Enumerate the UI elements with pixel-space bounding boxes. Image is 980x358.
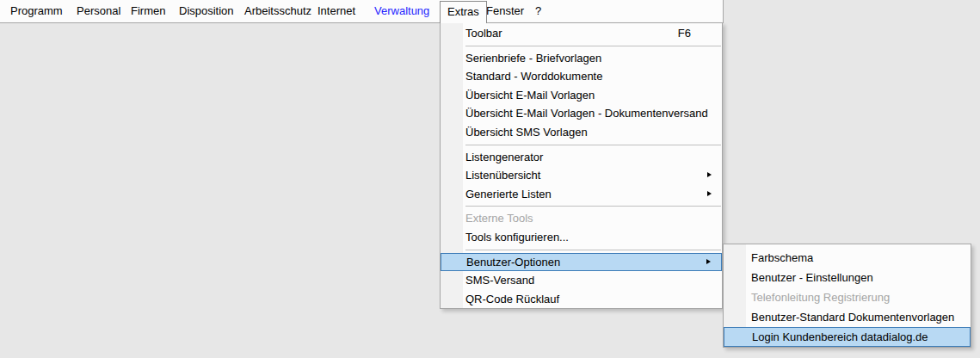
menu-item-ubersicht-sms-vorlagen[interactable]: Übersicht SMS Vorlagen	[441, 123, 722, 142]
menu-item-listenubersicht[interactable]: Listenübersicht	[441, 166, 722, 185]
menu-item-farbschema[interactable]: Farbschema	[724, 248, 971, 268]
menu-item-label: Standard - Worddokumente	[465, 70, 602, 83]
submenu-arrow-icon	[707, 191, 712, 196]
menu-item-sms-versand[interactable]: SMS-Versand	[441, 271, 722, 290]
menu-item-label: Benutzer - Einstellungen	[751, 271, 873, 284]
menu-item-label: Telefonleitung Registrierung	[751, 291, 890, 304]
submenu-arrow-icon	[707, 172, 712, 177]
extras-menu-dropdown: ToolbarF6Serienbriefe - BriefvorlagenSta…	[440, 22, 723, 309]
menu-item-label: Listenübersicht	[465, 169, 540, 182]
benutzer-optionen-submenu: FarbschemaBenutzer - EinstellungenTelefo…	[723, 244, 971, 348]
menu-item-serienbriefe-briefvorlagen[interactable]: Serienbriefe - Briefvorlagen	[441, 49, 722, 68]
menu-item-label: QR-Code Rücklauf	[465, 293, 559, 306]
menubar-item-arbeitsschutz[interactable]: Arbeitsschutz	[236, 0, 320, 22]
menubar-item-firmen[interactable]: Firmen	[122, 0, 174, 22]
menubar-item-help[interactable]: ?	[527, 0, 550, 22]
menu-item-shortcut: F6	[678, 24, 691, 43]
menubar-item-internet[interactable]: Internet	[309, 0, 364, 22]
menu-item-listengenerator[interactable]: Listengenerator	[441, 148, 722, 167]
menu-item-benutzer-standard-dokumentenvorlagen[interactable]: Benutzer-Standard Dokumentenvorlagen	[724, 307, 971, 327]
menu-item-label: Übersicht SMS Vorlagen	[465, 126, 588, 139]
menu-separator	[441, 247, 722, 253]
menu-item-label: Tools konfigurieren...	[465, 231, 569, 244]
menubar-item-personal[interactable]: Personal	[68, 0, 129, 22]
menu-item-standard-worddokumente[interactable]: Standard - Worddokumente	[441, 67, 722, 86]
menubar-item-verwaltung[interactable]: Verwaltung	[366, 0, 438, 22]
menu-separator	[441, 142, 722, 148]
menu-item-label: Generierte Listen	[465, 188, 552, 201]
menu-item-label: Übersicht E-Mail Vorlagen	[465, 89, 595, 102]
menu-item-label: Farbschema	[751, 251, 813, 264]
menu-item-label: Externe Tools	[465, 212, 533, 225]
menu-item-externe-tools: Externe Tools	[441, 209, 722, 228]
menubar-item-disposition[interactable]: Disposition	[170, 0, 243, 22]
menu-item-label: Listengenerator	[465, 151, 543, 164]
menu-separator	[441, 203, 722, 209]
menu-item-login-kundenbereich-datadialog-de[interactable]: Login Kundenbereich datadialog.de	[724, 327, 971, 347]
menu-item-toolbar[interactable]: ToolbarF6	[441, 24, 722, 43]
menu-item-telefonleitung-registrierung: Telefonleitung Registrierung	[724, 287, 971, 307]
submenu-arrow-icon	[706, 259, 711, 264]
application-window: ProgrammPersonalFirmenDispositionArbeits…	[0, 0, 980, 358]
menu-item-ubersicht-e-mail-vorlagen[interactable]: Übersicht E-Mail Vorlagen	[441, 86, 722, 105]
menu-item-ubersicht-e-mail-vorlagen-dokumentenversand[interactable]: Übersicht E-Mail Vorlagen - Dokumentenve…	[441, 104, 722, 123]
menu-separator	[441, 43, 722, 49]
menu-item-tools-konfigurieren[interactable]: Tools konfigurieren...	[441, 228, 722, 247]
menubar-item-extras[interactable]: Extras	[440, 1, 487, 23]
menu-item-label: SMS-Versand	[465, 274, 534, 287]
menu-item-label: Übersicht E-Mail Vorlagen - Dokumentenve…	[465, 107, 708, 120]
menu-item-label: Benutzer-Optionen	[466, 256, 560, 268]
menu-item-label: Login Kundenbereich datadialog.de	[752, 330, 928, 343]
menu-item-generierte-listen[interactable]: Generierte Listen	[441, 185, 722, 204]
menu-item-benutzer-optionen[interactable]: Benutzer-Optionen	[441, 253, 722, 272]
menubar-item-programm[interactable]: Programm	[2, 0, 71, 22]
menu-bar: ProgrammPersonalFirmenDispositionArbeits…	[0, 0, 724, 22]
menu-item-qr-code-rucklauf[interactable]: QR-Code Rücklauf	[441, 290, 722, 309]
menu-item-label: Serienbriefe - Briefvorlagen	[465, 52, 601, 65]
menu-item-label: Toolbar	[465, 27, 502, 40]
menu-item-benutzer-einstellungen[interactable]: Benutzer - Einstellungen	[724, 268, 971, 287]
menu-item-label: Benutzer-Standard Dokumentenvorlagen	[751, 311, 954, 324]
